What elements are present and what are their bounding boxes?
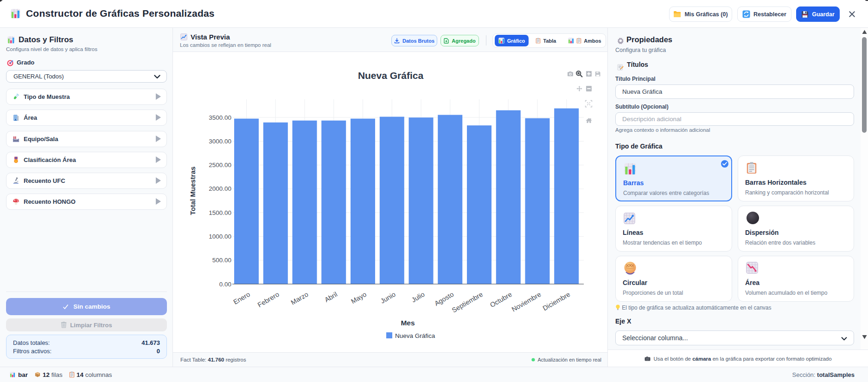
svg-text:Mes: Mes bbox=[401, 319, 415, 327]
svg-text:Noviembre: Noviembre bbox=[511, 291, 542, 313]
svg-text:3000.00: 3000.00 bbox=[209, 138, 231, 145]
svg-text:Julio: Julio bbox=[410, 291, 426, 304]
svg-text:Junio: Junio bbox=[379, 291, 397, 305]
svg-text:Enero: Enero bbox=[232, 291, 251, 306]
svg-text:Nueva Gráfica: Nueva Gráfica bbox=[395, 332, 435, 339]
svg-text:500.00: 500.00 bbox=[212, 257, 231, 264]
svg-text:Abril: Abril bbox=[323, 291, 338, 304]
svg-text:Octubre: Octubre bbox=[489, 291, 513, 309]
svg-text:Febrero: Febrero bbox=[256, 291, 281, 309]
svg-text:3500.00: 3500.00 bbox=[209, 114, 231, 121]
svg-text:Diciembre: Diciembre bbox=[542, 291, 572, 312]
svg-text:Septiembre: Septiembre bbox=[451, 291, 484, 314]
svg-text:2000.00: 2000.00 bbox=[209, 185, 231, 192]
svg-text:0.00: 0.00 bbox=[219, 281, 231, 288]
svg-text:Mayo: Mayo bbox=[350, 291, 368, 305]
svg-text:Total Muestras: Total Muestras bbox=[189, 167, 197, 215]
svg-text:Nueva Gráfica: Nueva Gráfica bbox=[358, 70, 424, 81]
svg-text:Agosto: Agosto bbox=[433, 291, 455, 307]
svg-text:1000.00: 1000.00 bbox=[209, 233, 231, 240]
svg-text:1500.00: 1500.00 bbox=[209, 209, 231, 216]
svg-text:Marzo: Marzo bbox=[290, 291, 310, 306]
svg-text:2500.00: 2500.00 bbox=[209, 162, 231, 168]
